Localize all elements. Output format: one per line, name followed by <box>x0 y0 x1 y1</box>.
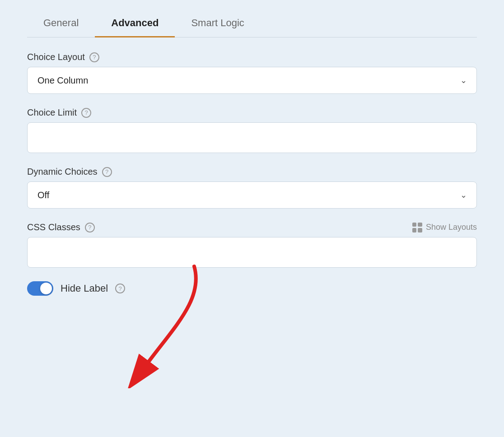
dynamic-choices-label: Dynamic Choices ? <box>27 167 477 177</box>
dynamic-choices-field: Dynamic Choices ? Off Post Type Taxonomy… <box>27 167 477 209</box>
css-classes-help-icon[interactable]: ? <box>85 223 95 232</box>
annotation-arrow <box>86 262 221 388</box>
choice-layout-select[interactable]: One Column Two Columns Three Columns <box>27 67 477 94</box>
hide-label-row: Hide Label ? <box>27 281 477 296</box>
choice-limit-label: Choice Limit ? <box>27 107 477 118</box>
hide-label-toggle[interactable] <box>27 281 53 296</box>
css-classes-label: CSS Classes ? <box>27 222 95 232</box>
choice-layout-select-wrapper: One Column Two Columns Three Columns ⌄ <box>27 67 477 94</box>
dynamic-choices-select-wrapper: Off Post Type Taxonomy ⌄ <box>27 181 477 209</box>
choice-limit-field: Choice Limit ? <box>27 107 477 153</box>
css-classes-input[interactable] <box>27 237 477 268</box>
tabs-bar: General Advanced Smart Logic <box>27 0 477 37</box>
tab-general[interactable]: General <box>27 9 95 37</box>
hide-label-help-icon[interactable]: ? <box>115 284 125 293</box>
css-classes-field: CSS Classes ? Show Layouts <box>27 222 477 268</box>
choice-layout-label: Choice Layout ? <box>27 52 477 62</box>
tab-advanced[interactable]: Advanced <box>95 9 175 37</box>
dynamic-choices-help-icon[interactable]: ? <box>102 167 112 177</box>
choice-layout-field: Choice Layout ? One Column Two Columns T… <box>27 52 477 94</box>
css-classes-label-row: CSS Classes ? Show Layouts <box>27 222 477 232</box>
show-layouts-button[interactable]: Show Layouts <box>412 223 477 232</box>
tab-smart-logic[interactable]: Smart Logic <box>175 9 260 37</box>
choice-layout-help-icon[interactable]: ? <box>89 52 99 62</box>
grid-icon <box>412 223 422 232</box>
hide-label-text: Hide Label <box>61 283 108 294</box>
dynamic-choices-select[interactable]: Off Post Type Taxonomy <box>27 181 477 209</box>
choice-limit-help-icon[interactable]: ? <box>81 108 91 118</box>
choice-limit-input[interactable] <box>27 122 477 153</box>
toggle-thumb <box>40 283 52 294</box>
